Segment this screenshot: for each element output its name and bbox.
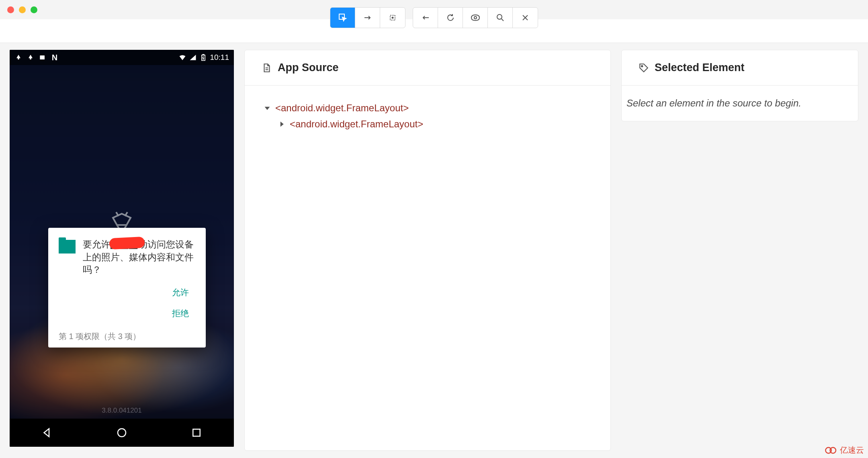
app-source-panel: App Source <android.widget.FrameLayout> … xyxy=(244,50,611,451)
n-icon: N xyxy=(51,53,59,61)
selected-placeholder: Select an element in the source to begin… xyxy=(622,86,858,121)
main-area: N 10:11 要允许▇▇▇动访问您设备上的照片、媒体内容和文件吗？ 允许 拒绝 xyxy=(0,43,868,458)
svg-rect-7 xyxy=(203,55,204,55)
tree-node-child[interactable]: <android.widget.FrameLayout> xyxy=(278,116,591,132)
selected-element-title: Selected Element xyxy=(655,61,745,74)
app-source-title: App Source xyxy=(278,61,339,74)
caret-down-icon[interactable] xyxy=(264,105,270,111)
version-text: 3.8.0.041201 xyxy=(102,407,141,415)
window-minimize-button[interactable] xyxy=(19,6,26,13)
window-close-button[interactable] xyxy=(7,6,14,13)
tap-coordinates-button[interactable] xyxy=(380,8,405,28)
folder-icon xyxy=(59,240,76,254)
redaction-mark xyxy=(109,237,145,250)
record-button[interactable] xyxy=(463,8,488,28)
nav-recent-button[interactable] xyxy=(190,427,203,439)
svg-point-8 xyxy=(118,429,126,437)
battery-icon xyxy=(199,53,207,61)
notification-icon xyxy=(14,53,23,61)
tree-node-root[interactable]: <android.widget.FrameLayout> xyxy=(264,100,591,116)
watermark: 亿速云 xyxy=(825,445,864,456)
svg-point-2 xyxy=(392,17,393,18)
dialog-message: 要允许▇▇▇动访问您设备上的照片、媒体内容和文件吗？ xyxy=(83,238,195,276)
status-time: 10:11 xyxy=(210,53,229,62)
dialog-counter: 第 1 项权限（共 3 项） xyxy=(48,328,206,348)
android-navbar xyxy=(10,419,234,447)
toolbar xyxy=(330,7,538,28)
android-status-bar: N 10:11 xyxy=(10,50,234,65)
selected-element-panel: Selected Element Select an element in th… xyxy=(621,50,858,121)
allow-button[interactable]: 允许 xyxy=(169,282,192,303)
caret-right-icon[interactable] xyxy=(278,121,285,127)
svg-rect-9 xyxy=(193,429,200,436)
back-button[interactable] xyxy=(413,8,438,28)
watermark-text: 亿速云 xyxy=(840,445,864,456)
svg-rect-5 xyxy=(40,55,45,59)
signal-icon xyxy=(189,53,197,61)
nav-back-button[interactable] xyxy=(41,427,53,439)
card-icon xyxy=(39,53,47,61)
swipe-button[interactable] xyxy=(355,8,380,28)
tree-label: <android.widget.FrameLayout> xyxy=(290,119,423,130)
svg-point-10 xyxy=(641,65,643,67)
refresh-button[interactable] xyxy=(438,8,463,28)
quit-button[interactable] xyxy=(513,8,538,28)
search-button[interactable] xyxy=(488,8,513,28)
nav-home-button[interactable] xyxy=(116,427,128,439)
action-button-group xyxy=(413,7,538,28)
deny-button[interactable]: 拒绝 xyxy=(169,303,192,324)
svg-point-3 xyxy=(474,16,477,19)
notification-icon xyxy=(27,53,35,61)
tree-label: <android.widget.FrameLayout> xyxy=(275,102,409,114)
window-maximize-button[interactable] xyxy=(31,6,37,13)
mode-button-group xyxy=(330,7,405,28)
file-icon xyxy=(262,63,272,73)
watermark-icon xyxy=(825,446,837,455)
permission-dialog: 要允许▇▇▇动访问您设备上的照片、媒体内容和文件吗？ 允许 拒绝 第 1 项权限… xyxy=(48,228,206,348)
tag-icon xyxy=(639,63,649,73)
select-element-button[interactable] xyxy=(330,8,355,28)
svg-point-4 xyxy=(497,14,502,19)
device-screenshot[interactable]: N 10:11 要允许▇▇▇动访问您设备上的照片、媒体内容和文件吗？ 允许 拒绝 xyxy=(10,50,234,447)
wifi-icon xyxy=(178,53,186,61)
